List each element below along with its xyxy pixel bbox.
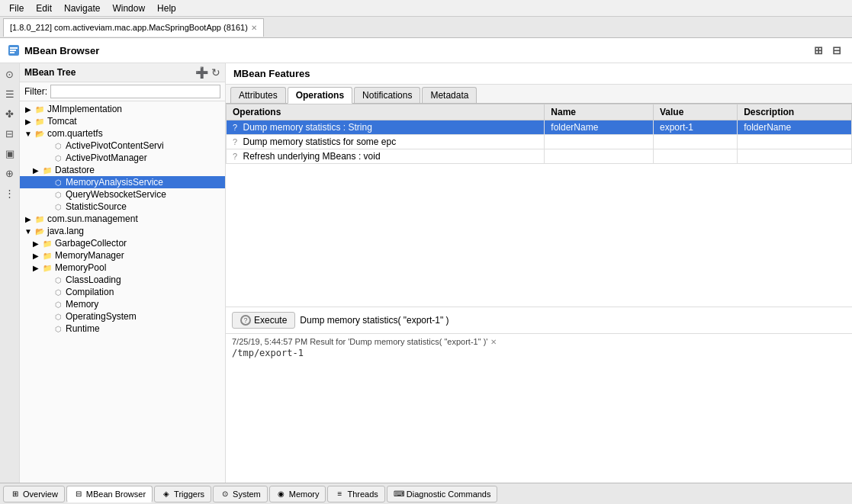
bean-icon-classloading: ⬡ (52, 274, 64, 285)
execute-bar: ? Execute Dump memory statistics( "expor… (232, 312, 846, 329)
tree-item-java-lang[interactable]: ▼ 📂 java.lang (20, 225, 225, 237)
diagnostic-icon: ⌨ (394, 489, 404, 499)
tree-item-querywebsocketservice[interactable]: ⬡ QueryWebsocketService (20, 188, 225, 201)
tree-item-memorypool[interactable]: ▶ 📁 MemoryPool (20, 262, 225, 274)
system-icon: ⊙ (220, 489, 230, 499)
tree-label-querywebsocketservice: QueryWebsocketService (66, 189, 166, 200)
tree-item-operatingsystem[interactable]: ⬡ OperatingSystem (20, 310, 225, 323)
tree-item-classloading[interactable]: ⬡ ClassLoading (20, 274, 225, 286)
row3-value (653, 149, 737, 164)
tree-label-activepivotmanager: ActivePivotManager (66, 152, 147, 163)
tree-item-memorymanager[interactable]: ▶ 📁 MemoryManager (20, 249, 225, 262)
tree-label-activepivotcontentservi: ActivePivotContentServi (66, 140, 164, 151)
mbean-features-tabs: Attributes Operations Notifications Meta… (226, 85, 852, 104)
folder-icon-jmimplementation: 📁 (34, 104, 46, 114)
tree-item-activepivotmanager[interactable]: ⬡ ActivePivotManager (20, 152, 225, 164)
bottom-tab-diagnostic-commands[interactable]: ⌨ Diagnostic Commands (387, 486, 498, 502)
left-icon-3[interactable]: ✤ (2, 106, 18, 121)
sidebar-header: MBean Tree ➕ ↻ (20, 63, 225, 82)
tree-label-compilation: Compilation (66, 287, 114, 297)
tree-item-com-quartetfs[interactable]: ▼ 📂 com.quartetfs (20, 127, 225, 140)
arrow-tomcat: ▶ (23, 117, 34, 126)
panel-title-bar: MBean Browser ⊞ ⊟ (0, 38, 852, 63)
memory-icon: ◉ (276, 489, 287, 499)
row2-description (738, 135, 852, 149)
menu-file[interactable]: File (3, 2, 30, 15)
sidebar-refresh-icon[interactable]: ↻ (211, 66, 220, 79)
tree-label-com-sun-management: com.sun.management (47, 213, 138, 224)
tab-notifications[interactable]: Notifications (354, 87, 420, 103)
tree-area: ▶ 📁 JMImplementation ▶ 📁 Tomcat ▼ (20, 101, 225, 483)
content-area: ⊙ ☰ ✤ ⊟ ▣ ⊕ ⋮ MBean Tree ➕ ↻ Filter: (0, 63, 852, 483)
main-tab-close[interactable]: ✕ (251, 24, 257, 32)
filter-input[interactable] (50, 85, 220, 98)
tree-item-garbagecollector[interactable]: ▶ 📁 GarbageCollector (20, 237, 225, 249)
result-content: /tmp/export-1 (232, 348, 846, 358)
main-tab[interactable]: [1.8.0_212] com.activeviam.mac.app.MacSp… (3, 18, 264, 37)
tree-label-memorymanager: MemoryManager (55, 250, 124, 261)
result-close-icon[interactable]: ✕ (490, 338, 497, 346)
left-icon-5[interactable]: ▣ (2, 146, 18, 161)
menu-help[interactable]: Help (151, 2, 182, 15)
left-icon-7[interactable]: ⋮ (2, 185, 18, 201)
bottom-tab-memory[interactable]: ◉ Memory (269, 486, 326, 502)
threads-icon: ≡ (334, 489, 345, 499)
bean-icon-compilation: ⬡ (52, 287, 64, 297)
tree-item-memory[interactable]: ⬡ Memory (20, 298, 225, 310)
folder-icon-java-lang: 📂 (34, 226, 46, 236)
arrow-com-sun-management: ▶ (23, 215, 34, 223)
menu-edit[interactable]: Edit (30, 2, 58, 15)
left-icon-6[interactable]: ⊕ (2, 165, 18, 181)
tab-attributes[interactable]: Attributes (230, 87, 286, 103)
left-icon-4[interactable]: ⊟ (2, 126, 18, 141)
bean-icon-activepivotcontentservi: ⬡ (52, 140, 64, 151)
bottom-tab-mbean-browser[interactable]: ⊟ MBean Browser (66, 486, 153, 502)
tree-item-tomcat[interactable]: ▶ 📁 Tomcat (20, 115, 225, 127)
sidebar-title: MBean Tree (24, 67, 76, 78)
filter-row: Filter: (20, 82, 225, 101)
sidebar-add-icon[interactable]: ➕ (195, 66, 208, 79)
execute-button[interactable]: ? Execute (232, 312, 295, 329)
table-row-1[interactable]: ? Dump memory statistics : String folder… (227, 120, 852, 135)
tree-label-garbagecollector: GarbageCollector (55, 238, 127, 249)
table-row-2[interactable]: ? Dump memory statistics for some epc (227, 135, 852, 149)
filter-label: Filter: (24, 86, 47, 97)
left-icon-1[interactable]: ⊙ (2, 66, 18, 82)
tree-item-compilation[interactable]: ⬡ Compilation (20, 286, 225, 298)
left-icon-bar: ⊙ ☰ ✤ ⊟ ▣ ⊕ ⋮ (0, 63, 20, 483)
row2-name (545, 135, 654, 149)
tree-item-memoryanalysisservice[interactable]: ⬡ MemoryAnalysisService (20, 176, 225, 188)
arrow-jmimplementation: ▶ (23, 105, 34, 114)
main-container: MBean Browser ⊞ ⊟ ⊙ ☰ ✤ ⊟ ▣ ⊕ ⋮ MBean Tr… (0, 38, 852, 483)
tree-item-runtime[interactable]: ⬡ Runtime (20, 323, 225, 335)
bean-icon-memory: ⬡ (52, 299, 64, 310)
tab-metadata[interactable]: Metadata (422, 87, 477, 103)
menu-window[interactable]: Window (106, 2, 151, 15)
col-operations: Operations (227, 104, 545, 120)
row2-operation: ? Dump memory statistics for some epc (227, 135, 545, 149)
arrow-garbagecollector: ▶ (31, 239, 41, 248)
tree-item-jmimplementation[interactable]: ▶ 📁 JMImplementation (20, 103, 225, 115)
result-area: 7/25/19, 5:44:57 PM Result for 'Dump mem… (226, 333, 852, 483)
menu-navigate[interactable]: Navigate (58, 2, 106, 15)
table-row-3[interactable]: ? Refresh underlying MBeans : void (227, 149, 852, 164)
svg-rect-3 (10, 52, 14, 53)
tab-operations[interactable]: Operations (288, 87, 352, 104)
tree-item-statisticsource[interactable]: ⬡ StatisticSource (20, 201, 225, 213)
tree-label-runtime: Runtime (66, 323, 100, 334)
operations-table-area: Operations Name Value Description ? Dump… (226, 104, 852, 164)
bottom-tab-overview[interactable]: ⊞ Overview (3, 486, 65, 502)
panel-grid-icon[interactable]: ⊞ (811, 43, 826, 58)
bottom-tab-system[interactable]: ⊙ System (213, 486, 268, 502)
tree-label-classloading: ClassLoading (66, 274, 121, 285)
tree-item-activepivotcontentservi[interactable]: ⬡ ActivePivotContentServi (20, 140, 225, 152)
left-icon-2[interactable]: ☰ (2, 86, 18, 101)
tree-item-datastore[interactable]: ▶ 📁 Datastore (20, 164, 225, 176)
bean-icon-statisticsource: ⬡ (52, 201, 64, 212)
main-tab-label: [1.8.0_212] com.activeviam.mac.app.MacSp… (10, 23, 248, 32)
folder-icon-com-sun-management: 📁 (34, 213, 46, 224)
bottom-tab-threads[interactable]: ≡ Threads (327, 486, 384, 502)
bottom-tab-triggers[interactable]: ◈ Triggers (154, 486, 211, 502)
panel-layout-icon[interactable]: ⊟ (829, 43, 844, 58)
tree-item-com-sun-management[interactable]: ▶ 📁 com.sun.management (20, 213, 225, 225)
